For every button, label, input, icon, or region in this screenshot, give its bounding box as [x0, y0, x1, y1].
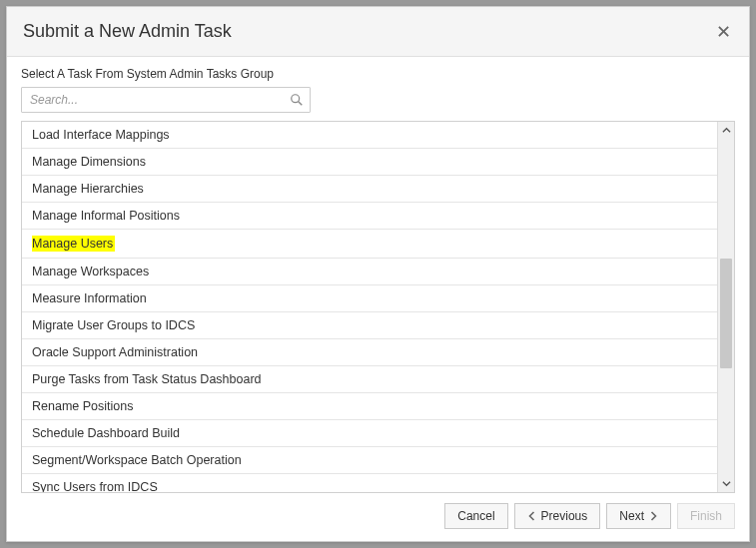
task-item-label: Manage Informal Positions: [32, 209, 180, 223]
task-item-label: Rename Positions: [32, 399, 133, 413]
task-item-label: Manage Dimensions: [32, 155, 146, 169]
next-button[interactable]: Next: [606, 503, 671, 529]
task-item-label: Segment/Workspace Batch Operation: [32, 453, 242, 467]
chevron-right-icon: [648, 511, 658, 521]
dialog-footer: Cancel Previous Next Finish: [7, 493, 749, 541]
task-item[interactable]: Manage Users: [22, 230, 717, 259]
search-icon[interactable]: [290, 93, 304, 107]
scrollbar[interactable]: [717, 122, 734, 492]
previous-label: Previous: [541, 509, 588, 523]
task-item[interactable]: Oracle Support Administration: [22, 339, 717, 366]
task-item-label: Manage Hierarchies: [32, 182, 144, 196]
task-item[interactable]: Manage Informal Positions: [22, 203, 717, 230]
task-item-label: Manage Users: [32, 236, 115, 252]
task-item[interactable]: Manage Dimensions: [22, 149, 717, 176]
dialog-body: Select A Task From System Admin Tasks Gr…: [7, 57, 749, 493]
dialog-header: Submit a New Admin Task ✕: [7, 7, 749, 57]
scroll-track[interactable]: [718, 139, 734, 475]
task-item[interactable]: Sync Users from IDCS: [22, 474, 717, 492]
dialog-title: Submit a New Admin Task: [23, 21, 232, 42]
task-item[interactable]: Segment/Workspace Batch Operation: [22, 447, 717, 474]
svg-point-0: [292, 95, 300, 103]
next-label: Next: [619, 509, 644, 523]
task-item-label: Measure Information: [32, 291, 147, 305]
scroll-down-icon[interactable]: [718, 475, 734, 492]
task-item[interactable]: Load Interface Mappings: [22, 122, 717, 149]
finish-button[interactable]: Finish: [677, 503, 735, 529]
task-item-label: Load Interface Mappings: [32, 128, 170, 142]
task-item[interactable]: Measure Information: [22, 285, 717, 312]
close-icon[interactable]: ✕: [714, 23, 733, 41]
task-item[interactable]: Manage Hierarchies: [22, 176, 717, 203]
task-list: Load Interface MappingsManage Dimensions…: [22, 122, 717, 492]
task-item-label: Sync Users from IDCS: [32, 480, 158, 492]
scroll-thumb[interactable]: [720, 259, 732, 368]
admin-task-dialog: Submit a New Admin Task ✕ Select A Task …: [6, 6, 750, 542]
svg-line-1: [299, 102, 303, 106]
task-item[interactable]: Rename Positions: [22, 393, 717, 420]
scroll-up-icon[interactable]: [718, 122, 734, 139]
task-list-container: Load Interface MappingsManage Dimensions…: [21, 121, 735, 493]
task-item-label: Schedule Dashboard Build: [32, 426, 180, 440]
task-item-label: Migrate User Groups to IDCS: [32, 318, 195, 332]
previous-button[interactable]: Previous: [514, 503, 601, 529]
task-item[interactable]: Schedule Dashboard Build: [22, 420, 717, 447]
task-item-label: Manage Workspaces: [32, 265, 149, 278]
task-item[interactable]: Migrate User Groups to IDCS: [22, 312, 717, 339]
task-item-label: Purge Tasks from Task Status Dashboard: [32, 372, 262, 386]
dialog-subtitle: Select A Task From System Admin Tasks Gr…: [21, 67, 735, 81]
task-item[interactable]: Manage Workspaces: [22, 259, 717, 285]
chevron-left-icon: [527, 511, 537, 521]
cancel-button[interactable]: Cancel: [444, 503, 507, 529]
task-item-label: Oracle Support Administration: [32, 345, 198, 359]
search-input[interactable]: [21, 87, 311, 113]
task-item[interactable]: Purge Tasks from Task Status Dashboard: [22, 366, 717, 393]
search-container: [21, 87, 311, 113]
